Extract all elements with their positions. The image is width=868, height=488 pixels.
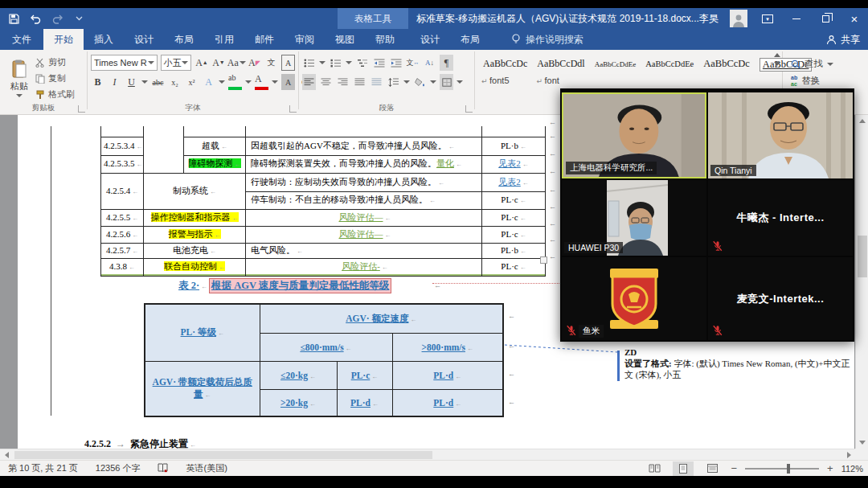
- redo-icon[interactable]: [50, 11, 64, 26]
- bullets-icon[interactable]: [302, 55, 316, 71]
- shading-caret[interactable]: [430, 80, 436, 84]
- cell-item[interactable]: 电池充电: [144, 243, 246, 258]
- copy-button[interactable]: 复制: [35, 72, 75, 85]
- tab-review[interactable]: 审阅: [285, 29, 325, 50]
- zoom-in-button[interactable]: +: [827, 463, 833, 474]
- cell-mass-low[interactable]: ≤20·kg: [260, 361, 337, 389]
- phonetic-guide-icon[interactable]: 文: [264, 55, 278, 71]
- grow-font-icon[interactable]: A▲: [194, 55, 208, 71]
- video-tile[interactable]: 鱼米: [562, 257, 706, 340]
- qat-customize-icon[interactable]: [72, 11, 86, 26]
- gallery-up-icon[interactable]: [774, 53, 780, 57]
- style-item[interactable]: AaBbCcDdl: [537, 58, 584, 70]
- cell-clause[interactable]: 4.3.8: [101, 258, 144, 276]
- cell-pl[interactable]: PL·b: [482, 243, 546, 258]
- bold-icon[interactable]: B: [91, 74, 104, 90]
- table-row[interactable]: 4.2.5.4 制动系统 行驶制动：应制动失效而导致的冲撞人员风险。 见表2: [101, 173, 546, 191]
- strikethrough-icon[interactable]: abc: [151, 74, 165, 90]
- minimize-button[interactable]: [788, 10, 805, 27]
- cell-pl-value[interactable]: PL·d: [337, 389, 392, 416]
- cell-pl-link[interactable]: 见表2: [498, 177, 529, 187]
- subscript-icon[interactable]: x₂: [168, 74, 182, 90]
- tab-file[interactable]: 文件: [0, 29, 43, 50]
- cell-mass-high[interactable]: >20·kg: [260, 389, 337, 416]
- cell-clause[interactable]: 4.2.5.4: [101, 173, 144, 209]
- save-icon[interactable]: [6, 11, 21, 26]
- borders-caret[interactable]: [457, 80, 463, 84]
- tab-view[interactable]: 视图: [325, 29, 365, 50]
- zoom-slider-thumb[interactable]: [787, 464, 790, 474]
- cell-clause[interactable]: 4.2.5.5: [101, 209, 144, 226]
- cell-pl[interactable]: PL·c: [482, 209, 546, 226]
- line-spacing-icon[interactable]: [387, 74, 400, 90]
- line-spacing-caret[interactable]: [403, 80, 410, 84]
- cell-mass-header[interactable]: AGV· 带额定载荷后总质量: [145, 361, 260, 416]
- cell-speed-high[interactable]: >800·mm/s: [392, 333, 503, 361]
- cell-risk-eval[interactable]: 风险评估—: [339, 212, 391, 222]
- superscript-icon[interactable]: x²: [185, 74, 199, 90]
- cell-pl-link[interactable]: 见表2: [498, 158, 529, 168]
- align-left-icon[interactable]: [302, 74, 316, 90]
- show-marks-icon[interactable]: ¶: [440, 55, 453, 71]
- cell-risk-desc[interactable]: 因超载引起的AGV不稳定，而导致冲撞人员风险。: [246, 137, 482, 155]
- tab-mailings[interactable]: 邮件: [244, 29, 285, 50]
- cell-item-highlighted[interactable]: 障碍物探测: [189, 158, 241, 168]
- cell-item[interactable]: 超载: [202, 141, 227, 150]
- format-painter-button[interactable]: 格式刷: [35, 88, 75, 101]
- table-row[interactable]: 4.2.5.6 报警与指示 风险评估— PL·c: [101, 226, 546, 243]
- tab-tabletools-design[interactable]: 设计: [410, 29, 450, 50]
- user-avatar[interactable]: [730, 10, 747, 27]
- section-heading[interactable]: 4.2.5.2 → 紧急停止装置: [84, 437, 196, 449]
- underline-caret[interactable]: [141, 80, 148, 84]
- cell-item-highlighted[interactable]: 联合自动控制: [164, 261, 225, 271]
- character-shading-icon[interactable]: A: [281, 74, 295, 90]
- cell-pl-value[interactable]: PL·d: [392, 389, 503, 416]
- table2-caption[interactable]: 表 2· 根据 AGV 速度与质量判定最低性能等级: [178, 279, 391, 292]
- asian-layout-icon[interactable]: 文↔: [406, 55, 420, 71]
- distribute-icon[interactable]: [370, 74, 383, 90]
- numbering-caret[interactable]: [346, 61, 352, 64]
- close-button[interactable]: ×: [845, 10, 863, 27]
- cell-item-highlighted[interactable]: 报警与指示: [169, 229, 221, 239]
- word-count[interactable]: 12356 个字: [96, 462, 141, 474]
- cell-pl-value[interactable]: PL·c: [337, 361, 392, 389]
- cell-risk-link[interactable]: 量化: [436, 158, 462, 168]
- cell-pl[interactable]: PL·c: [482, 258, 546, 276]
- change-case-icon[interactable]: Aa: [228, 55, 244, 71]
- decrease-indent-icon[interactable]: [372, 55, 386, 71]
- cell-speed-low[interactable]: ≤800·mm/s: [260, 333, 392, 361]
- zoom-out-button[interactable]: −: [731, 463, 737, 474]
- tell-me-search[interactable]: 操作说明搜索: [511, 29, 583, 50]
- proofing-icon[interactable]: [158, 463, 168, 474]
- highlight-caret[interactable]: [245, 80, 252, 84]
- clipboard-dialog-launcher[interactable]: [78, 105, 85, 113]
- user-name[interactable]: 李昊: [699, 12, 719, 26]
- scroll-down-icon[interactable]: [856, 437, 868, 449]
- font-color-caret[interactable]: [272, 80, 278, 84]
- restore-button[interactable]: [817, 10, 834, 27]
- bullets-caret[interactable]: [319, 61, 326, 64]
- cell-pl[interactable]: PL·c: [482, 226, 546, 243]
- horizontal-scroll-thumb[interactable]: [14, 451, 432, 459]
- cell-pl-header[interactable]: PL· 等级: [145, 304, 260, 361]
- table-handle[interactable]: [540, 256, 547, 264]
- cell-risk-eval[interactable]: 风险评估—: [339, 229, 391, 239]
- cell-pl[interactable]: PL·c: [482, 191, 546, 209]
- replace-button[interactable]: abac 替换: [791, 75, 855, 87]
- sort-icon[interactable]: A↓: [423, 55, 436, 71]
- table-row[interactable]: 4.2.5.5 操作控制器和指示器 风险评估— PL·c: [101, 209, 546, 226]
- borders-icon[interactable]: [440, 74, 453, 90]
- cell-clause[interactable]: 4.2.5.3.5: [101, 155, 144, 173]
- page-indicator[interactable]: 第 10 页, 共 21 页: [8, 462, 78, 474]
- tab-layout[interactable]: 布局: [164, 29, 204, 50]
- cell-risk-eval[interactable]: 风险评估-: [342, 261, 388, 271]
- tab-insert[interactable]: 插入: [84, 29, 124, 50]
- cell-pl[interactable]: PL·b: [482, 137, 546, 155]
- find-caret[interactable]: [827, 63, 833, 66]
- print-layout-icon[interactable]: [673, 461, 694, 476]
- scroll-up-icon[interactable]: [856, 115, 868, 127]
- tab-help[interactable]: 帮助: [365, 29, 405, 50]
- highlight-color-icon[interactable]: ab: [228, 74, 242, 90]
- video-tile[interactable]: HUAWEI P30: [562, 180, 706, 256]
- tab-tabletools-layout[interactable]: 布局: [450, 29, 490, 50]
